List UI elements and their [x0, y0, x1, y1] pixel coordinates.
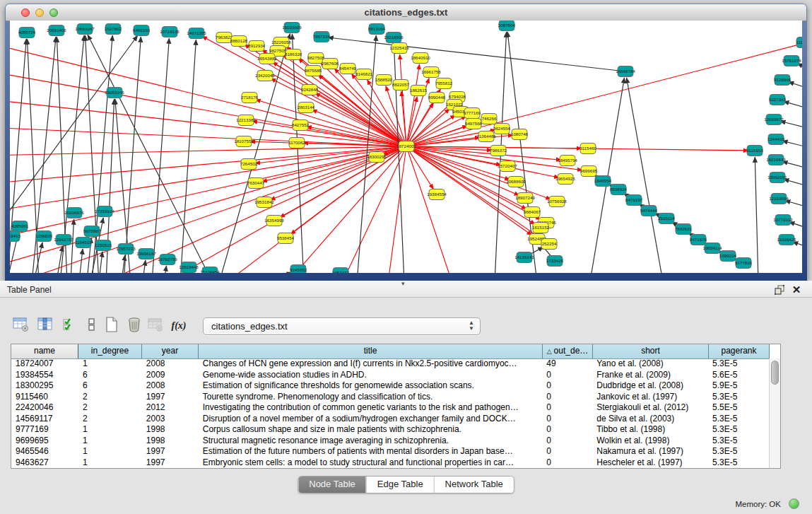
- graph-edge[interactable]: [152, 38, 169, 273]
- graph-node[interactable]: 8912934: [248, 41, 266, 52]
- graph-node[interactable]: 20691406: [47, 25, 66, 36]
- graph-node[interactable]: 16648784: [616, 66, 635, 77]
- column-header-title[interactable]: title: [199, 344, 543, 358]
- table-row[interactable]: 1456911722003Disruption of a novel membe…: [11, 414, 769, 425]
- table-scrollbar[interactable]: [769, 358, 780, 468]
- graph-edge[interactable]: [406, 137, 480, 146]
- column-header-short[interactable]: short: [593, 344, 709, 358]
- graph-node[interactable]: 16210643: [766, 155, 786, 165]
- graph-edge[interactable]: [143, 260, 146, 273]
- graph-node[interactable]: 18300295: [367, 152, 387, 163]
- show-columns-icon[interactable]: [37, 317, 55, 335]
- table-mode-icon[interactable]: [13, 317, 31, 335]
- graph-node[interactable]: 9474444: [640, 206, 658, 216]
- graph-node[interactable]: 9875685: [305, 66, 322, 76]
- column-header-in_degree[interactable]: in_degree: [78, 344, 142, 358]
- graph-node[interactable]: 19958187: [136, 249, 156, 259]
- graph-node[interactable]: 9975887: [83, 226, 101, 237]
- graph-edge[interactable]: [328, 37, 625, 71]
- graph-node[interactable]: 7630447: [247, 178, 265, 189]
- graph-node[interactable]: 16033809: [282, 23, 302, 33]
- graph-node[interactable]: 15751074: [782, 56, 801, 66]
- graph-node[interactable]: 6497568: [465, 119, 483, 129]
- graph-node[interactable]: 10654114: [702, 243, 722, 254]
- graph-node[interactable]: 2087604: [498, 21, 516, 31]
- graph-node[interactable]: 7986372: [490, 146, 507, 156]
- graph-node[interactable]: 9115953: [746, 146, 763, 156]
- table-row[interactable]: 946362711997Embryonic stem cells: a mode…: [11, 457, 769, 469]
- graph-edge[interactable]: [789, 82, 802, 90]
- graph-node[interactable]: 12325419: [389, 43, 409, 54]
- graph-node[interactable]: 9129966: [774, 75, 792, 86]
- graph-edge[interactable]: [273, 146, 406, 273]
- column-header-year[interactable]: year: [142, 344, 199, 358]
- graph-edge[interactable]: [164, 266, 167, 273]
- graph-edge[interactable]: [784, 179, 802, 187]
- graph-node[interactable]: 1170062: [288, 138, 305, 148]
- graph-node[interactable]: 15720407: [498, 161, 517, 172]
- graph-node[interactable]: 1080748: [511, 129, 529, 140]
- new-column-icon[interactable]: [103, 317, 122, 335]
- graph-node[interactable]: 16961758: [421, 67, 441, 78]
- graph-edge[interactable]: [400, 54, 406, 146]
- graph-node[interactable]: 18495794: [558, 156, 577, 166]
- column-header-out_de[interactable]: △out_de…: [543, 344, 593, 358]
- graph-node[interactable]: 8990448: [428, 93, 446, 103]
- table-row[interactable]: 969969511998Structural magnetic resonanc…: [11, 436, 769, 447]
- splitter-handle-icon[interactable]: ▾: [401, 280, 405, 287]
- graph-edge[interactable]: [180, 40, 196, 273]
- graph-node[interactable]: 9684067: [524, 207, 541, 218]
- graph-node[interactable]: 12213389: [236, 115, 256, 126]
- graph-node[interactable]: 15992091: [767, 173, 787, 183]
- graph-edge[interactable]: [10, 146, 406, 211]
- graph-node[interactable]: 12093872: [764, 115, 784, 125]
- table-panel-titlebar[interactable]: ▾ Table Panel ✕: [0, 281, 812, 298]
- graph-node[interactable]: 9699695: [580, 166, 598, 177]
- graph-node[interactable]: 9777169: [464, 108, 481, 119]
- graph-node[interactable]: 9115460: [579, 144, 596, 154]
- graph-node[interactable]: 6466160: [133, 25, 151, 36]
- network-file-selector[interactable]: citations_edges.txt ▲▼: [203, 317, 481, 335]
- graph-node[interactable]: 7857224: [313, 32, 331, 42]
- table-scrollbar-thumb[interactable]: [771, 361, 779, 385]
- graph-node[interactable]: 9538454: [277, 233, 295, 244]
- graph-node[interactable]: 7264502: [240, 159, 258, 170]
- graph-edge[interactable]: [406, 146, 561, 160]
- window-titlebar[interactable]: citations_edges.txt: [6, 4, 806, 21]
- graph-node[interactable]: 16782759: [158, 255, 177, 265]
- tab-network-table[interactable]: Network Table: [434, 477, 514, 493]
- graph-node[interactable]: 18107552: [234, 136, 254, 147]
- graph-node[interactable]: 9177816: [735, 258, 753, 269]
- table-row[interactable]: 911546021997Tourette syndrome. Phenomeno…: [11, 392, 769, 403]
- graph-node[interactable]: 1527802: [105, 24, 122, 35]
- graph-node[interactable]: 12923448: [179, 262, 199, 273]
- graph-node[interactable]: 19531842: [254, 197, 274, 208]
- graph-node[interactable]: 2803144: [298, 103, 315, 113]
- column-header-pagerank[interactable]: pagerank: [709, 344, 770, 358]
- table-row[interactable]: 1938455462009Genome-wide association stu…: [11, 370, 769, 381]
- graph-node[interactable]: 14671355: [187, 28, 206, 39]
- graph-edge[interactable]: [782, 141, 802, 148]
- graph-node[interactable]: 2935114: [658, 214, 675, 224]
- graph-node[interactable]: 8471676: [690, 235, 707, 245]
- graph-edge[interactable]: [71, 219, 74, 273]
- graph-node[interactable]: 11026425: [777, 235, 796, 245]
- graph-node[interactable]: 29053346: [105, 88, 124, 98]
- graph-node[interactable]: 1164519: [75, 238, 92, 248]
- graph-edge[interactable]: [124, 37, 141, 273]
- table-row[interactable]: 2242004622012Investigating the contribut…: [11, 402, 769, 414]
- graph-node[interactable]: 23420046: [255, 71, 275, 81]
- graph-node[interactable]: 1250515: [95, 240, 112, 251]
- graph-node[interactable]: 3624554: [493, 124, 511, 134]
- graph-node[interactable]: 1615152: [532, 223, 550, 233]
- graph-edge[interactable]: [88, 35, 212, 273]
- delete-column-icon[interactable]: [126, 317, 144, 335]
- graph-edge[interactable]: [785, 201, 802, 209]
- graph-node[interactable]: 12942757: [54, 235, 73, 245]
- graph-node[interactable]: 19654923: [555, 174, 575, 185]
- graph-edge[interactable]: [627, 78, 663, 273]
- graph-node[interactable]: 1117304: [796, 37, 802, 48]
- graph-node[interactable]: 746266: [481, 114, 497, 124]
- table-row[interactable]: 977716911998Corpus callosum shape and si…: [11, 424, 769, 436]
- graph-node[interactable]: 4395081: [11, 221, 29, 232]
